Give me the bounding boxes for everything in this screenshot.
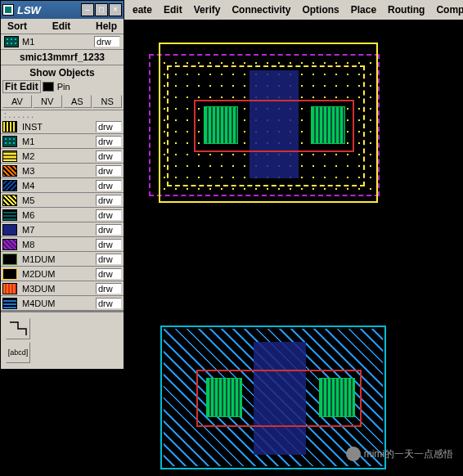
layer-row-m4[interactable]: M4drw (1, 178, 124, 193)
menu-routing[interactable]: Routing (383, 2, 429, 17)
layer-row-m6[interactable]: M6drw (1, 208, 124, 222)
bottom-right-green (319, 378, 355, 417)
menu-options[interactable]: Options (297, 2, 344, 17)
layer-purpose: drw (96, 239, 122, 250)
layer-name: M4DUM (20, 299, 96, 308)
lsw-menu-sort[interactable]: Sort (7, 20, 27, 32)
layer-row-m7[interactable]: M7drw (1, 222, 124, 237)
layer-swatch (2, 150, 17, 162)
maximize-button[interactable]: □ (95, 3, 108, 16)
layer-purpose: drw (96, 121, 122, 132)
layer-purpose: drw (96, 268, 122, 280)
menu-connectivity[interactable]: Connectivity (227, 2, 295, 17)
fit-edit-label[interactable]: Fit Edit (2, 80, 41, 93)
layer-name: M1 (20, 137, 96, 146)
lsw-menu-help[interactable]: Help (96, 20, 117, 32)
lsw-menubar: Sort Edit Help (1, 19, 124, 34)
top-left-green (204, 106, 238, 144)
layer-purpose: drw (96, 209, 122, 221)
lsw-title: LSW (17, 4, 81, 16)
layer-row-m3[interactable]: M3drw (1, 164, 124, 178)
wechat-icon (346, 447, 361, 461)
show-objects-button[interactable]: Show Objects (1, 65, 124, 80)
menu-verify[interactable]: Verify (189, 2, 226, 17)
layer-swatch (2, 195, 17, 206)
layer-row-m3dum[interactable]: M3DUMdrw (1, 281, 124, 296)
lsw-toolbox: [abcd] (1, 311, 124, 369)
bottom-left-green (206, 378, 242, 417)
filter-ns[interactable]: NS (92, 95, 122, 108)
layer-row-m1[interactable]: M1drw (1, 134, 124, 149)
layer-row-m2[interactable]: M2drw (1, 149, 124, 164)
layer-purpose: drw (96, 150, 122, 162)
layer-name: M2DUM (20, 269, 96, 279)
layer-swatch (2, 268, 17, 280)
top-right-green (311, 106, 345, 144)
layer-swatch (2, 136, 17, 147)
menu-edit[interactable]: Edit (159, 2, 187, 17)
layer-name: M1DUM (20, 254, 96, 264)
layer-name: M3DUM (20, 284, 96, 294)
current-layer-row[interactable]: M1 drw (1, 34, 124, 50)
layer-purpose: drw (96, 136, 122, 147)
layer-swatch (2, 209, 17, 221)
layer-purpose: drw (96, 180, 122, 191)
menu-place[interactable]: Place (346, 2, 381, 17)
layer-row-m4dum[interactable]: M4DUMdrw (1, 296, 124, 311)
dots-row: : . . . . . . (1, 110, 124, 119)
layer-swatch (2, 121, 17, 132)
filter-av[interactable]: AV (2, 95, 32, 108)
layer-swatch (2, 224, 17, 236)
filter-nv[interactable]: NV (33, 95, 62, 108)
filter-as[interactable]: AS (63, 95, 92, 108)
layer-name: M3 (20, 166, 96, 176)
pin-swatch (43, 82, 54, 92)
lsw-menu-edit[interactable]: Edit (52, 20, 71, 32)
layer-swatch (2, 298, 17, 309)
menu-compact[interactable]: Compact (431, 2, 463, 17)
layer-purpose: drw (96, 224, 122, 236)
lsw-window[interactable]: LSW – □ × Sort Edit Help M1 drw smic13mm… (0, 0, 124, 370)
layer-row-m5[interactable]: M5drw (1, 193, 124, 208)
current-layer-swatch (4, 36, 19, 47)
techfile-label: smic13mmrf_1233 (1, 50, 124, 65)
menu-create[interactable]: eate (128, 2, 157, 17)
current-layer-name: M1 (22, 37, 94, 47)
minimize-button[interactable]: – (81, 3, 94, 16)
layer-list: INSTdrwM1drwM2drwM3drwM4drwM5drwM6drwM7d… (1, 119, 124, 311)
layer-row-inst[interactable]: INSTdrw (1, 119, 124, 134)
filter-row: AV NV AS NS (1, 93, 124, 110)
layer-swatch (2, 180, 17, 191)
close-button[interactable]: × (109, 3, 122, 16)
layer-row-m2dum[interactable]: M2DUMdrw (1, 267, 124, 281)
layer-purpose: drw (96, 165, 122, 177)
layer-name: M7 (20, 225, 96, 235)
layer-swatch (2, 165, 17, 177)
layer-name: M5 (20, 195, 96, 205)
layer-name: M8 (20, 240, 96, 249)
layer-row-m1dum[interactable]: M1DUMdrw (1, 252, 124, 267)
layer-name: M6 (20, 210, 96, 220)
layer-swatch (2, 283, 17, 294)
layer-row-m8[interactable]: M8drw (1, 237, 124, 252)
layer-purpose: drw (96, 195, 122, 206)
watermark: mimi的一天一点感悟 (346, 447, 453, 461)
lsw-icon (2, 4, 14, 16)
pin-label: Pin (57, 82, 70, 92)
lsw-titlebar[interactable]: LSW – □ × (1, 1, 124, 19)
layer-swatch (2, 239, 17, 250)
layer-purpose: drw (96, 254, 122, 265)
layer-name: INST (20, 122, 96, 132)
layer-swatch (2, 254, 17, 265)
layer-name: M2 (20, 151, 96, 161)
tool-abcd-icon[interactable]: [abcd] (6, 342, 30, 363)
current-layer-purpose: drw (94, 36, 120, 47)
layer-purpose: drw (96, 298, 122, 309)
layer-name: M4 (20, 181, 96, 191)
layer-purpose: drw (96, 283, 122, 294)
tool-stretch-icon[interactable] (6, 318, 30, 339)
